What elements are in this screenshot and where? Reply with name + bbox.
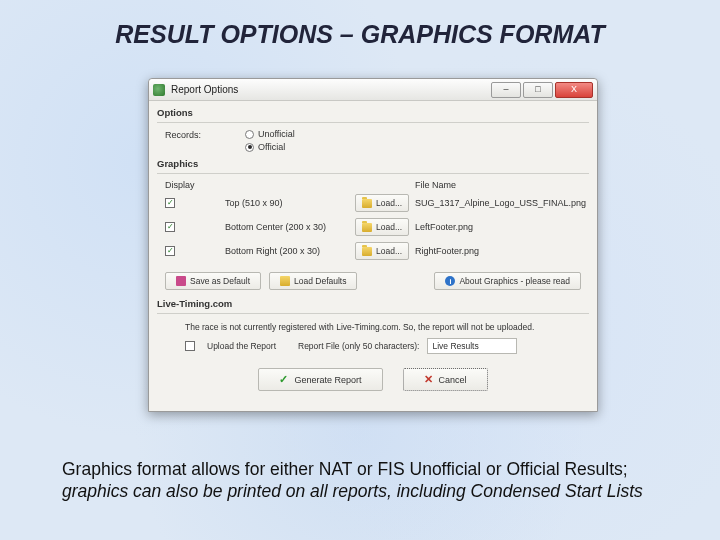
- app-icon: [153, 84, 165, 96]
- info-icon: i: [445, 276, 455, 286]
- caption-plain: Graphics format allows for either NAT or…: [62, 459, 628, 479]
- divider: [157, 173, 589, 174]
- livetiming-status: The race is not currently registered wit…: [157, 320, 589, 338]
- group-options-label: Options: [157, 107, 589, 118]
- gfx-label: Top (510 x 90): [225, 198, 355, 208]
- window-controls: – □ X: [491, 82, 593, 98]
- close-button[interactable]: X: [555, 82, 593, 98]
- graphics-header: Display File Name: [157, 180, 589, 190]
- divider: [157, 313, 589, 314]
- records-label: Records:: [165, 129, 225, 140]
- livetiming-row: Upload the Report Report File (only 50 c…: [157, 338, 589, 360]
- folder-icon: [362, 223, 372, 232]
- generate-report-button[interactable]: ✓ Generate Report: [258, 368, 382, 391]
- gfx-label: Bottom Center (200 x 30): [225, 222, 355, 232]
- radio-dot-icon: [245, 130, 254, 139]
- group-graphics-label: Graphics: [157, 158, 589, 169]
- folder-icon: [362, 247, 372, 256]
- radio-dot-icon: [245, 143, 254, 152]
- load-br-button[interactable]: Load...: [355, 242, 409, 260]
- upload-label: Upload the Report: [207, 341, 276, 351]
- radio-label: Unofficial: [258, 129, 295, 139]
- folder-open-icon: [280, 276, 290, 286]
- report-file-input[interactable]: Live Results: [427, 338, 517, 354]
- graphics-row-bottom-right: Bottom Right (200 x 30) Load... RightFoo…: [157, 242, 589, 260]
- slide-caption: Graphics format allows for either NAT or…: [62, 458, 680, 503]
- disk-icon: [176, 276, 186, 286]
- btn-label: About Graphics - please read: [459, 276, 570, 286]
- x-icon: ✕: [424, 373, 433, 386]
- graphics-row-bottom-center: Bottom Center (200 x 30) Load... LeftFoo…: [157, 218, 589, 236]
- records-row: Records: Unofficial Official: [157, 129, 589, 152]
- divider: [157, 122, 589, 123]
- col-display: Display: [165, 180, 225, 190]
- cancel-button[interactable]: ✕ Cancel: [403, 368, 488, 391]
- col-file: File Name: [415, 180, 589, 190]
- btn-label: Cancel: [439, 375, 467, 385]
- gfx-label: Bottom Right (200 x 30): [225, 246, 355, 256]
- load-bc-button[interactable]: Load...: [355, 218, 409, 236]
- save-default-button[interactable]: Save as Default: [165, 272, 261, 290]
- titlebar: Report Options – □ X: [149, 79, 597, 101]
- btn-label: Load...: [376, 246, 402, 256]
- gfx-file: LeftFooter.png: [415, 222, 589, 232]
- group-livetiming-label: Live-Timing.com: [157, 298, 589, 309]
- action-row: ✓ Generate Report ✕ Cancel: [157, 360, 589, 401]
- defaults-row: Save as Default Load Defaults i About Gr…: [157, 266, 589, 292]
- load-top-button[interactable]: Load...: [355, 194, 409, 212]
- check-icon: ✓: [279, 373, 288, 386]
- btn-label: Generate Report: [294, 375, 361, 385]
- folder-icon: [362, 199, 372, 208]
- graphics-row-top: Top (510 x 90) Load... SUG_1317_Alpine_L…: [157, 194, 589, 212]
- btn-label: Load...: [376, 222, 402, 232]
- radio-label: Official: [258, 142, 285, 152]
- checkbox-upload[interactable]: [185, 341, 195, 351]
- maximize-button[interactable]: □: [523, 82, 553, 98]
- window-title: Report Options: [171, 84, 491, 95]
- slide-title: RESULT OPTIONS – GRAPHICS FORMAT: [0, 20, 720, 49]
- btn-label: Load...: [376, 198, 402, 208]
- radio-unofficial[interactable]: Unofficial: [245, 129, 295, 139]
- btn-label: Load Defaults: [294, 276, 346, 286]
- dialog-report-options: Report Options – □ X Options Records: Un…: [148, 78, 598, 412]
- checkbox-bottom-right[interactable]: [165, 246, 175, 256]
- radio-official[interactable]: Official: [245, 142, 295, 152]
- minimize-button[interactable]: –: [491, 82, 521, 98]
- about-graphics-button[interactable]: i About Graphics - please read: [434, 272, 581, 290]
- btn-label: Save as Default: [190, 276, 250, 286]
- gfx-file: RightFooter.png: [415, 246, 589, 256]
- caption-italic: graphics can also be printed on all repo…: [62, 481, 643, 501]
- checkbox-top[interactable]: [165, 198, 175, 208]
- report-file-label: Report File (only 50 characters):: [298, 341, 419, 351]
- load-default-button[interactable]: Load Defaults: [269, 272, 357, 290]
- gfx-file: SUG_1317_Alpine_Logo_USS_FINAL.png: [415, 198, 589, 208]
- checkbox-bottom-center[interactable]: [165, 222, 175, 232]
